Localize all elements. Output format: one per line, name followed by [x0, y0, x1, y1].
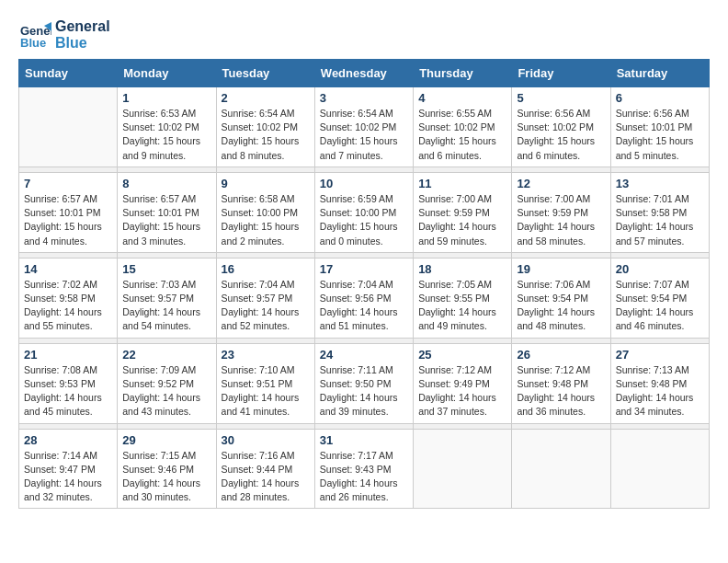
day-info: Sunrise: 7:07 AM Sunset: 9:54 PM Dayligh… [616, 278, 704, 334]
calendar-cell: 14Sunrise: 7:02 AM Sunset: 9:58 PM Dayli… [19, 258, 118, 338]
day-info: Sunrise: 6:57 AM Sunset: 10:01 PM Daylig… [122, 192, 210, 248]
day-info: Sunrise: 7:09 AM Sunset: 9:52 PM Dayligh… [122, 363, 210, 419]
calendar-cell: 8Sunrise: 6:57 AM Sunset: 10:01 PM Dayli… [118, 172, 216, 252]
calendar-cell [414, 429, 512, 509]
day-info: Sunrise: 7:11 AM Sunset: 9:50 PM Dayligh… [320, 363, 408, 419]
calendar-cell: 23Sunrise: 7:10 AM Sunset: 9:51 PM Dayli… [216, 343, 314, 423]
calendar-cell: 22Sunrise: 7:09 AM Sunset: 9:52 PM Dayli… [118, 343, 216, 423]
calendar-cell: 1Sunrise: 6:53 AM Sunset: 10:02 PM Dayli… [118, 87, 216, 167]
day-number: 5 [517, 91, 605, 105]
calendar-week-5: 28Sunrise: 7:14 AM Sunset: 9:47 PM Dayli… [19, 429, 710, 509]
calendar-cell: 21Sunrise: 7:08 AM Sunset: 9:53 PM Dayli… [19, 343, 118, 423]
day-number: 21 [24, 348, 112, 362]
day-info: Sunrise: 6:56 AM Sunset: 10:02 PM Daylig… [517, 107, 605, 163]
calendar-cell: 24Sunrise: 7:11 AM Sunset: 9:50 PM Dayli… [314, 343, 413, 423]
day-info: Sunrise: 6:57 AM Sunset: 10:01 PM Daylig… [24, 192, 112, 248]
calendar-cell: 18Sunrise: 7:05 AM Sunset: 9:55 PM Dayli… [414, 258, 512, 338]
calendar-header-friday: Friday [512, 60, 610, 87]
day-number: 20 [616, 262, 704, 276]
day-info: Sunrise: 7:02 AM Sunset: 9:58 PM Dayligh… [24, 278, 112, 334]
day-info: Sunrise: 7:00 AM Sunset: 9:59 PM Dayligh… [418, 192, 506, 248]
day-info: Sunrise: 6:58 AM Sunset: 10:00 PM Daylig… [222, 192, 310, 248]
day-number: 6 [616, 91, 704, 105]
day-info: Sunrise: 6:56 AM Sunset: 10:01 PM Daylig… [616, 107, 704, 163]
day-number: 31 [320, 433, 408, 447]
day-info: Sunrise: 6:54 AM Sunset: 10:02 PM Daylig… [222, 107, 310, 163]
day-number: 30 [222, 433, 310, 447]
day-info: Sunrise: 6:55 AM Sunset: 10:02 PM Daylig… [418, 107, 506, 163]
day-number: 13 [616, 177, 704, 190]
day-info: Sunrise: 7:04 AM Sunset: 9:57 PM Dayligh… [222, 278, 310, 334]
calendar-cell: 9Sunrise: 6:58 AM Sunset: 10:00 PM Dayli… [216, 172, 314, 252]
calendar-header-thursday: Thursday [414, 60, 512, 87]
day-number: 3 [320, 91, 408, 105]
calendar-cell: 29Sunrise: 7:15 AM Sunset: 9:46 PM Dayli… [118, 429, 216, 509]
calendar-header-tuesday: Tuesday [216, 60, 314, 87]
header: General Blue General Blue [18, 18, 710, 52]
day-info: Sunrise: 6:53 AM Sunset: 10:02 PM Daylig… [122, 107, 210, 163]
day-number: 19 [517, 262, 605, 276]
calendar-cell: 11Sunrise: 7:00 AM Sunset: 9:59 PM Dayli… [414, 172, 512, 252]
day-number: 23 [222, 348, 310, 362]
calendar-cell [512, 429, 610, 509]
calendar-cell: 2Sunrise: 6:54 AM Sunset: 10:02 PM Dayli… [216, 87, 314, 167]
calendar-header-wednesday: Wednesday [314, 60, 413, 87]
day-number: 12 [517, 177, 605, 190]
logo-text-line2: Blue [55, 35, 110, 52]
day-info: Sunrise: 7:12 AM Sunset: 9:48 PM Dayligh… [517, 363, 605, 419]
day-info: Sunrise: 6:54 AM Sunset: 10:02 PM Daylig… [320, 107, 408, 163]
day-number: 2 [222, 91, 310, 105]
svg-text:Blue: Blue [20, 36, 46, 50]
logo-icon: General Blue [18, 18, 51, 52]
day-info: Sunrise: 7:14 AM Sunset: 9:47 PM Dayligh… [24, 449, 112, 505]
day-number: 22 [122, 348, 210, 362]
day-number: 11 [418, 177, 506, 190]
day-number: 10 [320, 177, 408, 190]
calendar-header-monday: Monday [118, 60, 216, 87]
day-info: Sunrise: 7:00 AM Sunset: 9:59 PM Dayligh… [517, 192, 605, 248]
calendar-cell: 13Sunrise: 7:01 AM Sunset: 9:58 PM Dayli… [610, 172, 709, 252]
calendar-cell: 31Sunrise: 7:17 AM Sunset: 9:43 PM Dayli… [314, 429, 413, 509]
logo: General Blue General Blue [18, 18, 110, 52]
calendar-cell: 7Sunrise: 6:57 AM Sunset: 10:01 PM Dayli… [19, 172, 118, 252]
day-info: Sunrise: 7:08 AM Sunset: 9:53 PM Dayligh… [24, 363, 112, 419]
day-info: Sunrise: 7:06 AM Sunset: 9:54 PM Dayligh… [517, 278, 605, 334]
calendar-cell [610, 429, 709, 509]
day-info: Sunrise: 7:10 AM Sunset: 9:51 PM Dayligh… [222, 363, 310, 419]
day-info: Sunrise: 7:01 AM Sunset: 9:58 PM Dayligh… [616, 192, 704, 248]
calendar-cell: 12Sunrise: 7:00 AM Sunset: 9:59 PM Dayli… [512, 172, 610, 252]
calendar-cell: 20Sunrise: 7:07 AM Sunset: 9:54 PM Dayli… [610, 258, 709, 338]
day-number: 29 [122, 433, 210, 447]
day-number: 4 [418, 91, 506, 105]
calendar-week-1: 1Sunrise: 6:53 AM Sunset: 10:02 PM Dayli… [19, 87, 710, 167]
day-info: Sunrise: 7:05 AM Sunset: 9:55 PM Dayligh… [418, 278, 506, 334]
calendar-cell: 4Sunrise: 6:55 AM Sunset: 10:02 PM Dayli… [414, 87, 512, 167]
day-info: Sunrise: 7:15 AM Sunset: 9:46 PM Dayligh… [122, 449, 210, 505]
day-number: 17 [320, 262, 408, 276]
day-number: 8 [122, 177, 210, 190]
calendar-cell: 15Sunrise: 7:03 AM Sunset: 9:57 PM Dayli… [118, 258, 216, 338]
day-info: Sunrise: 7:12 AM Sunset: 9:49 PM Dayligh… [418, 363, 506, 419]
day-number: 28 [24, 433, 112, 447]
day-number: 27 [616, 348, 704, 362]
day-info: Sunrise: 7:13 AM Sunset: 9:48 PM Dayligh… [616, 363, 704, 419]
calendar-cell: 19Sunrise: 7:06 AM Sunset: 9:54 PM Dayli… [512, 258, 610, 338]
day-number: 14 [24, 262, 112, 276]
day-info: Sunrise: 6:59 AM Sunset: 10:00 PM Daylig… [320, 192, 408, 248]
day-number: 9 [222, 177, 310, 190]
calendar-week-3: 14Sunrise: 7:02 AM Sunset: 9:58 PM Dayli… [19, 258, 710, 338]
day-number: 26 [517, 348, 605, 362]
calendar-cell: 27Sunrise: 7:13 AM Sunset: 9:48 PM Dayli… [610, 343, 709, 423]
day-number: 25 [418, 348, 506, 362]
calendar-cell: 10Sunrise: 6:59 AM Sunset: 10:00 PM Dayl… [314, 172, 413, 252]
day-info: Sunrise: 7:16 AM Sunset: 9:44 PM Dayligh… [222, 449, 310, 505]
calendar-cell: 26Sunrise: 7:12 AM Sunset: 9:48 PM Dayli… [512, 343, 610, 423]
day-number: 24 [320, 348, 408, 362]
day-number: 15 [122, 262, 210, 276]
calendar-header-saturday: Saturday [610, 60, 709, 87]
calendar-table: SundayMondayTuesdayWednesdayThursdayFrid… [18, 59, 710, 509]
calendar-cell: 30Sunrise: 7:16 AM Sunset: 9:44 PM Dayli… [216, 429, 314, 509]
calendar-header-row: SundayMondayTuesdayWednesdayThursdayFrid… [19, 60, 710, 87]
calendar-cell: 5Sunrise: 6:56 AM Sunset: 10:02 PM Dayli… [512, 87, 610, 167]
calendar-cell: 3Sunrise: 6:54 AM Sunset: 10:02 PM Dayli… [314, 87, 413, 167]
